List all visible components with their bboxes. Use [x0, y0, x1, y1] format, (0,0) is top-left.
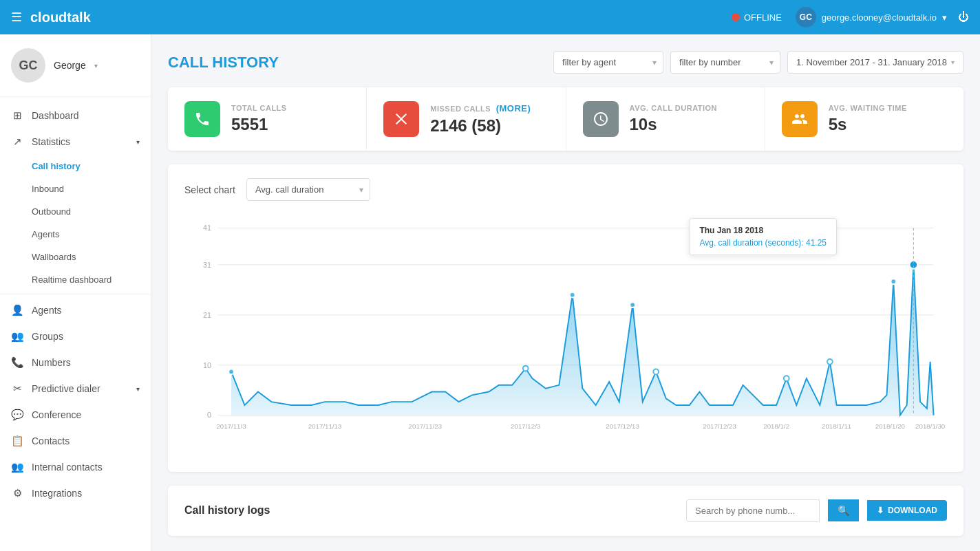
power-icon[interactable]: ⏻	[958, 11, 969, 23]
stats-row: TOTAL CALLS 5551 MISSED CALLS (MORE) 214…	[168, 87, 963, 151]
status-dot	[732, 13, 740, 21]
chart-icon: ↗	[11, 136, 23, 148]
sidebar-item-groups[interactable]: 👥 Groups	[0, 323, 151, 349]
user-menu[interactable]: GC george.clooney@cloudtalk.io ▾	[796, 7, 947, 28]
filter-number-select[interactable]: filter by number	[670, 51, 780, 74]
svg-text:2017/11/23: 2017/11/23	[409, 422, 443, 430]
sidebar-item-label: Integrations	[32, 488, 82, 499]
avg-waiting-icon	[782, 101, 818, 137]
sidebar-item-integrations[interactable]: ⚙ Integrations	[0, 480, 151, 506]
avg-waiting-label: AVG. WAITING TIME	[829, 104, 907, 112]
avg-duration-info: AVG. CALL DURATION 10s	[630, 104, 718, 134]
avatar: GC	[796, 7, 816, 28]
search-button[interactable]: 🔍	[828, 499, 859, 521]
user-email: george.clooney@cloudtalk.io	[822, 12, 937, 23]
avg-duration-value: 10s	[630, 115, 718, 134]
hamburger-menu[interactable]: ☰	[11, 10, 22, 25]
svg-text:2017/12/13: 2017/12/13	[606, 422, 639, 430]
filter-number-wrapper: filter by number	[670, 51, 780, 74]
filter-agent-select[interactable]: filter by agent	[553, 51, 663, 74]
person-icon: 👤	[11, 304, 23, 316]
download-button[interactable]: ⬇ DOWNLOAD	[867, 500, 947, 521]
page-header: CALL HISTORY filter by agent filter by n…	[168, 51, 963, 74]
dialer-icon: ✂	[11, 382, 23, 395]
chart-select-wrapper: Avg. call duration Total calls Missed ca…	[246, 178, 370, 201]
chevron-down-icon: ▾	[942, 12, 947, 23]
sidebar-item-agents[interactable]: 👤 Agents	[0, 297, 151, 323]
chart-section: Select chart Avg. call duration Total ca…	[168, 164, 963, 472]
svg-text:2018/1/2: 2018/1/2	[763, 422, 789, 430]
svg-text:41: 41	[203, 224, 211, 232]
main-content: CALL HISTORY filter by agent filter by n…	[151, 34, 980, 551]
filter-agent-wrapper: filter by agent	[553, 51, 663, 74]
total-calls-value: 5551	[231, 115, 287, 134]
svg-text:2018/1/11: 2018/1/11	[822, 422, 851, 430]
sidebar-item-predictive-dialer[interactable]: ✂ Predictive dialer ▾	[0, 376, 151, 402]
svg-point-18	[653, 369, 659, 375]
chart-type-select[interactable]: Avg. call duration Total calls Missed ca…	[246, 178, 370, 201]
sidebar-item-call-history[interactable]: Call history	[0, 155, 151, 177]
sidebar-item-inbound[interactable]: Inbound	[0, 177, 151, 200]
chevron-down-icon: ▾	[136, 385, 140, 393]
logs-title: Call history logs	[184, 504, 678, 517]
user-profile[interactable]: GC George ▾	[0, 34, 151, 97]
svg-text:2018/1/20: 2018/1/20	[875, 422, 906, 430]
date-range-label: 1. November 2017 - 31. January 2018	[796, 57, 947, 67]
sidebar-item-label: Dashboard	[32, 110, 79, 121]
sidebar-item-contacts[interactable]: 📋 Contacts	[0, 428, 151, 454]
chart-container: 0 10 21 31 41	[184, 215, 947, 458]
avg-waiting-value: 5s	[829, 115, 907, 134]
group-icon: 👥	[11, 330, 23, 343]
header-filters: filter by agent filter by number 1. Nove…	[553, 51, 963, 74]
svg-point-12	[630, 302, 635, 307]
chevron-down-icon: ▾	[94, 62, 98, 69]
sidebar-item-label: Conference	[32, 409, 81, 420]
contacts-icon: 📋	[11, 435, 23, 447]
avg-duration-label: AVG. CALL DURATION	[630, 104, 718, 112]
page-title: CALL HISTORY	[168, 54, 553, 72]
chart-select-label: Select chart	[184, 184, 235, 195]
svg-text:2018/1/30: 2018/1/30	[915, 422, 946, 430]
sidebar-item-agents-sub[interactable]: Agents	[0, 223, 151, 246]
status-label: OFFLINE	[744, 12, 782, 23]
sidebar-item-label: Predictive dialer	[32, 383, 100, 394]
sidebar-item-numbers[interactable]: 📞 Numbers	[0, 349, 151, 376]
download-icon: ⬇	[877, 506, 884, 515]
sidebar-item-label: Groups	[32, 331, 63, 342]
sidebar-item-dashboard[interactable]: ⊞ Dashboard	[0, 102, 151, 129]
sidebar-item-wallboards[interactable]: Wallboards	[0, 246, 151, 268]
stat-avg-waiting: AVG. WAITING TIME 5s	[765, 87, 963, 151]
sidebar-item-outbound[interactable]: Outbound	[0, 200, 151, 223]
search-input[interactable]	[686, 499, 820, 522]
logs-section: Call history logs 🔍 ⬇ DOWNLOAD	[168, 486, 963, 536]
stat-avg-duration: AVG. CALL DURATION 10s	[566, 87, 765, 151]
svg-point-11	[570, 292, 575, 298]
missed-calls-value: 2146 (58)	[430, 116, 531, 136]
logs-header: Call history logs 🔍 ⬇ DOWNLOAD	[184, 499, 947, 522]
avg-duration-icon	[583, 101, 619, 137]
avatar: GC	[11, 48, 45, 83]
top-navigation: ☰ cloudtalk OFFLINE GC george.clooney@cl…	[0, 0, 980, 34]
svg-text:0: 0	[207, 411, 211, 419]
svg-text:2017/12/23: 2017/12/23	[703, 422, 736, 430]
stat-total-calls: TOTAL CALLS 5551	[168, 87, 367, 151]
chevron-down-icon: ▾	[951, 58, 955, 66]
svg-point-15	[523, 366, 529, 371]
sidebar-item-label: Agents	[32, 305, 62, 316]
profile-name: George	[54, 60, 86, 71]
sidebar-item-internal-contacts[interactable]: 👥 Internal contacts	[0, 454, 151, 480]
sidebar-item-label: Statistics	[32, 136, 70, 147]
sidebar: GC George ▾ ⊞ Dashboard ↗ Statistics ▾ C…	[0, 34, 151, 551]
missed-more-link[interactable]: (MORE)	[496, 103, 531, 114]
sidebar-item-realtime[interactable]: Realtime dashboard	[0, 268, 151, 291]
sidebar-item-label: Internal contacts	[32, 462, 103, 473]
sidebar-item-statistics[interactable]: ↗ Statistics ▾	[0, 129, 151, 155]
date-range-filter[interactable]: 1. November 2017 - 31. January 2018 ▾	[787, 51, 963, 74]
sidebar-nav: ⊞ Dashboard ↗ Statistics ▾ Call history …	[0, 97, 151, 512]
grid-icon: ⊞	[11, 109, 23, 122]
sidebar-item-label: Numbers	[32, 357, 71, 368]
svg-text:31: 31	[203, 261, 211, 269]
sidebar-item-conference[interactable]: 💬 Conference	[0, 402, 151, 428]
total-calls-info: TOTAL CALLS 5551	[231, 104, 287, 134]
svg-text:2017/12/3: 2017/12/3	[511, 422, 540, 430]
